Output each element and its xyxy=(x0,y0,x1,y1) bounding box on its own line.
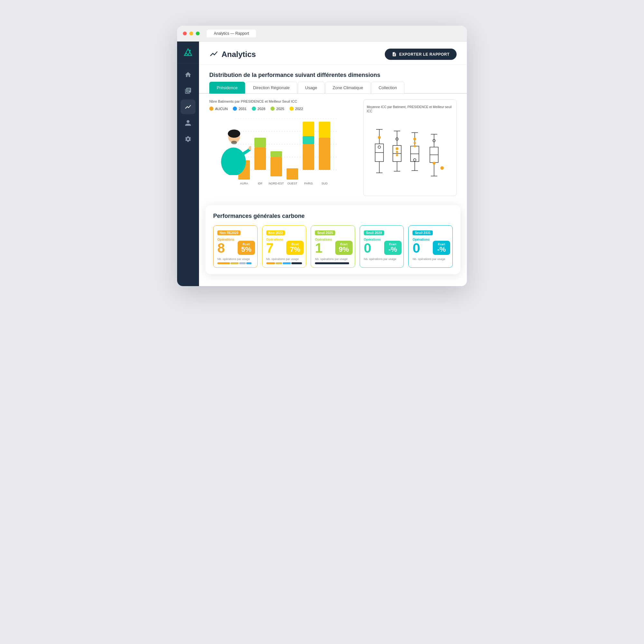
sidebar-item-library[interactable] xyxy=(181,83,195,98)
perf-card-label-seuil-2031: Seuil 2031 xyxy=(413,230,433,235)
sidebar-item-home[interactable] xyxy=(181,67,195,82)
svg-text:NORD-EST: NORD-EST xyxy=(269,182,284,185)
perf-mini-bar-4 xyxy=(364,262,400,264)
svg-rect-15 xyxy=(254,138,266,147)
sidebar xyxy=(177,42,199,286)
tab-usage[interactable]: Usage xyxy=(298,82,325,94)
sidebar-item-settings[interactable] xyxy=(181,132,195,146)
chart-left: Nbre Batiments par PRESIDENCE et Meilleu… xyxy=(209,99,356,196)
svg-point-4 xyxy=(228,129,240,138)
chart-right: Moyenne ICC par Batiment, PRESIDENCE et … xyxy=(363,99,457,196)
chart-legend: AUCUN 2031 2028 2025 xyxy=(209,107,356,111)
mini-seg xyxy=(217,262,230,264)
legend-label-aucun: AUCUN xyxy=(215,107,228,111)
perf-mini-bar-5 xyxy=(413,262,449,264)
svg-rect-23 xyxy=(303,136,314,144)
legend-2031: 2031 xyxy=(233,107,246,111)
perf-bottom-label-5: Nb. opérations par usage xyxy=(413,257,449,261)
perf-card-seuil-2025: Seuil 2025 Opérations 1 Écart 9% Nb. o xyxy=(311,225,355,268)
legend-2022: 2022 xyxy=(289,107,303,111)
mini-seg xyxy=(291,262,302,264)
perf-card-row-4: Opérations 0 Écart -% xyxy=(364,238,400,255)
ecart-box-1: Écart 5% xyxy=(238,241,255,255)
mini-seg xyxy=(283,262,290,264)
perf-card-non-re2020: Non RE2020 Opérations 8 Écart 5% Nb. o xyxy=(213,225,257,268)
perf-bottom-label-4: Nb. opérations par usage xyxy=(364,257,400,261)
tab-collection[interactable]: Collection xyxy=(371,82,405,94)
legend-aucun: AUCUN xyxy=(209,107,228,111)
mini-seg xyxy=(230,262,238,264)
tab-zone[interactable]: Zone Climatique xyxy=(325,82,371,94)
perf-mini-bar-1 xyxy=(217,262,253,264)
svg-rect-20 xyxy=(286,168,298,180)
svg-point-52 xyxy=(414,145,416,147)
sidebar-item-analytics[interactable] xyxy=(181,99,195,114)
sidebar-item-user[interactable] xyxy=(181,116,195,130)
perf-card-row-5: Opérations 0 Écart -% xyxy=(413,238,449,255)
browser-tab[interactable]: Analytics — Rapport xyxy=(207,30,256,37)
chart-right-label: Moyenne ICC par Batiment, PRESIDENCE et … xyxy=(367,105,453,113)
svg-rect-17 xyxy=(270,157,282,176)
perf-bottom-label-2: Nb. opérations par usage xyxy=(266,257,302,261)
svg-point-6 xyxy=(231,141,237,144)
ops-group-2: Opérations 7 xyxy=(266,238,283,255)
ecart-box-5: Écart -% xyxy=(433,241,450,255)
browser-window: Analytics — Rapport xyxy=(177,26,467,286)
ecart-box-4: Écart -% xyxy=(384,241,402,255)
legend-label-2031: 2031 xyxy=(238,107,246,111)
mini-seg xyxy=(266,262,275,264)
svg-rect-18 xyxy=(270,151,282,157)
perf-card-row-1: Opérations 8 Écart 5% xyxy=(217,238,253,255)
main-content: Analytics EXPORTER LE RAPPORT Distributi… xyxy=(199,42,467,286)
tabs-container: Présidence Direction Régionale Usage Zon… xyxy=(199,81,467,94)
perf-card-seuil-2028: Seuil 2028 Opérations 0 Écart -% Nb. o xyxy=(360,225,404,268)
legend-label-2022: 2022 xyxy=(295,107,303,111)
ecart-value-3: 9% xyxy=(339,246,350,253)
legend-label-2028: 2028 xyxy=(257,107,265,111)
svg-point-51 xyxy=(414,142,416,144)
svg-point-50 xyxy=(414,138,416,140)
svg-point-1 xyxy=(189,50,191,51)
perf-card-label-non-2022: Non 2022 xyxy=(266,230,285,235)
svg-rect-24 xyxy=(303,122,314,136)
export-btn[interactable]: EXPORTER LE RAPPORT xyxy=(385,49,457,60)
tab-presidence[interactable]: Présidence xyxy=(209,82,245,94)
svg-point-2 xyxy=(221,147,246,175)
page-title-area: Analytics xyxy=(209,49,256,60)
browser-dot-red xyxy=(183,32,187,35)
svg-point-60 xyxy=(433,162,435,164)
legend-dot-2031 xyxy=(233,107,237,111)
ecart-value-1: 5% xyxy=(241,246,252,253)
ops-group-3: Opérations 1 xyxy=(315,238,332,255)
ops-group-1: Opérations 8 xyxy=(217,238,234,255)
svg-text:SUD: SUD xyxy=(321,182,328,185)
perf-card-seuil-2031: Seuil 2031 Opérations 0 Écart -% Nb. o xyxy=(408,225,453,268)
ecart-value-2: 7% xyxy=(289,246,300,253)
perf-card-row-3: Opérations 1 Écart 9% xyxy=(315,238,351,255)
legend-2025: 2025 xyxy=(270,107,284,111)
perf-card-row-2: Opérations 7 Écart 7% xyxy=(266,238,302,255)
ecart-value-4: -% xyxy=(387,246,398,253)
analytics-icon xyxy=(209,49,218,60)
ops-value-3: 1 xyxy=(315,241,332,255)
legend-label-2025: 2025 xyxy=(276,107,284,111)
ops-group-4: Opérations 0 xyxy=(364,238,381,255)
svg-point-34 xyxy=(378,136,381,139)
performances-section: Performances générales carbone Non RE202… xyxy=(205,205,461,274)
browser-titlebar: Analytics — Rapport xyxy=(177,26,467,42)
legend-dot-2025 xyxy=(270,107,275,111)
svg-point-61 xyxy=(441,166,444,170)
bar-chart-area: AURA IDF NORD-EST OUEST xyxy=(209,115,356,186)
svg-text:OUEST: OUEST xyxy=(287,182,297,185)
tab-direction[interactable]: Direction Régionale xyxy=(246,82,297,94)
perf-card-label-seuil-2025: Seuil 2025 xyxy=(315,230,335,235)
svg-rect-14 xyxy=(254,147,266,170)
svg-rect-27 xyxy=(319,122,331,138)
svg-rect-26 xyxy=(319,138,331,170)
chart-left-label: Nbre Batiments par PRESIDENCE et Meilleu… xyxy=(209,99,356,103)
section1-title: Distribution de la performance suivant d… xyxy=(199,65,467,81)
browser-dot-green xyxy=(196,32,200,35)
ecart-value-5: -% xyxy=(436,246,447,253)
svg-point-44 xyxy=(396,154,398,156)
svg-text:PARIS: PARIS xyxy=(304,182,313,185)
